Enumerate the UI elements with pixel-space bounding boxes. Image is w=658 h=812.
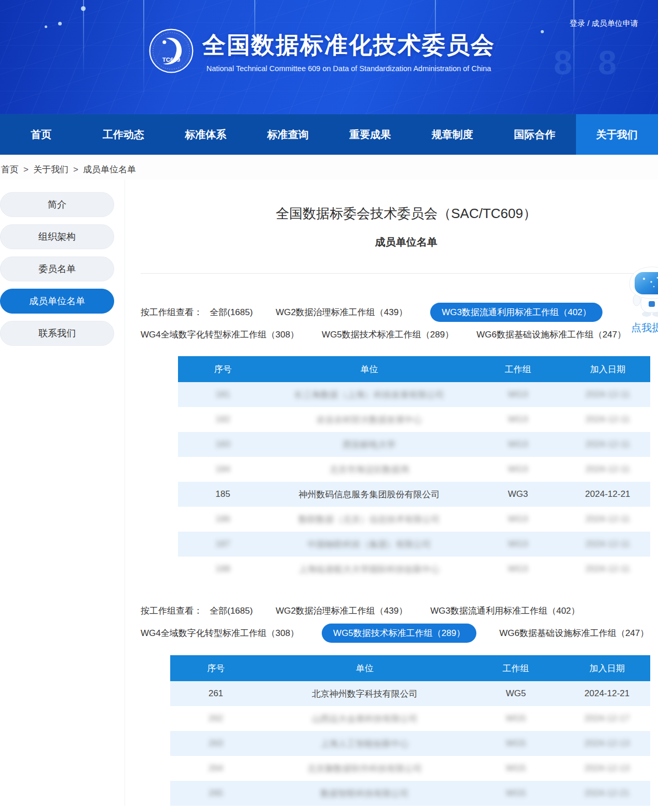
site-title: 全国数据标准化技术委员会 (202, 30, 495, 61)
row-date: 2024-12-21 (584, 688, 629, 698)
nav-item-3[interactable]: 标准查询 (247, 114, 330, 155)
page-title: 全国数据标委会技术委员会（SAC/TC609） (141, 205, 658, 223)
row-no: 185 (215, 489, 230, 499)
table-cell-date: 2024-12-21 (565, 489, 650, 499)
row-no: 183 (215, 439, 230, 449)
row-no: 262 (209, 713, 223, 723)
filter-bar-wg3: 按工作组查看：全部(1685)WG2数据治理标准工作组（439）WG3数据流通利… (141, 303, 658, 344)
table-cell-date: 2024-12-13 (564, 763, 651, 774)
table-row: 186数联数据（北京）信息技术有限公司WG32024-12-11 (178, 507, 650, 532)
table-cell-no: 262 (170, 713, 262, 724)
filter-option-2[interactable]: WG3数据流通利用标准工作组（402） (430, 303, 602, 322)
row-no: 184 (215, 464, 230, 474)
table-cell-wg: WG5 (468, 688, 564, 699)
filter-option-1[interactable]: WG2数据治理标准工作组（439） (276, 306, 407, 318)
filter-bar-wg5: 按工作组查看：全部(1685)WG2数据治理标准工作组（439）WG3数据流通利… (141, 601, 658, 643)
filter-option-5[interactable]: WG6数据基础设施标准工作组（247） (499, 627, 649, 639)
filter-option-0[interactable]: 全部(1685) (210, 605, 253, 617)
row-org: 北京神州数字科技有限公司 (312, 689, 418, 699)
row-wg: WG3 (508, 439, 528, 449)
table-header-cell: 单位 (268, 363, 471, 375)
table-cell-no: 261 (170, 688, 262, 699)
table-cell-org: 数据智联科技有限公司 (262, 788, 468, 800)
table-cell-wg: WG5 (468, 788, 564, 799)
members-section-wg3: 按工作组查看：全部(1685)WG2数据治理标准工作组（439）WG3数据流通利… (141, 303, 658, 581)
table-cell-org: 北京神州数字科技有限公司 (262, 688, 468, 700)
banner-decor-dot (81, 6, 86, 11)
table-row: 261北京神州数字科技有限公司WG52024-12-21 (170, 681, 650, 706)
table-cell-org: 山西远大会展科技有限公司 (262, 713, 468, 725)
row-no: 186 (215, 514, 230, 524)
banner-decor-line (83, 0, 84, 78)
assistant-robot-icon[interactable] (628, 266, 658, 318)
table-header-row: 序号单位工作组加入日期 (178, 356, 650, 382)
row-wg: WG5 (506, 788, 526, 798)
filter-row: 按工作组查看：全部(1685)WG2数据治理标准工作组（439）WG3数据流通利… (141, 601, 658, 620)
table-row: 188上海临港航大大学国际科技创新中心WG32024-12-11 (178, 557, 650, 581)
filter-option-0[interactable]: 全部(1685) (210, 306, 253, 318)
assistant-label[interactable]: 点我提问 (625, 321, 658, 335)
row-wg: WG3 (508, 414, 528, 424)
nav-item-2[interactable]: 标准体系 (164, 114, 247, 155)
table-cell-wg: WG3 (471, 464, 565, 475)
banner-decor-dot (45, 25, 47, 28)
row-wg: WG3 (508, 539, 528, 549)
table-cell-wg: WG5 (468, 763, 564, 774)
sidebar-item-3[interactable]: 成员单位名单 (0, 289, 114, 314)
row-wg: WG3 (508, 389, 528, 399)
banner-decor-line (143, 0, 144, 99)
nav-item-5[interactable]: 规章制度 (412, 114, 494, 155)
table-cell-no: 181 (178, 389, 268, 400)
table-row: 187中国物联科技（集团）有限公司WG32024-12-11 (178, 532, 650, 557)
tc609-logo-icon: TC609 (148, 28, 194, 74)
breadcrumb: 首页>关于我们>成员单位名单 (0, 155, 658, 180)
breadcrumb-item[interactable]: 关于我们 (33, 165, 68, 174)
row-date: 2024-12-11 (585, 539, 630, 549)
breadcrumb-separator: > (73, 165, 78, 174)
breadcrumb-separator: > (23, 165, 29, 174)
sidebar-item-1[interactable]: 组织架构 (0, 224, 114, 249)
filter-option-3[interactable]: WG4全域数字化转型标准工作组（308） (141, 329, 299, 341)
nav-item-0[interactable]: 首页 (0, 114, 83, 155)
table-row: 264北京聚数据软件科技有限公司WG52024-12-13 (170, 756, 650, 781)
breadcrumb-item[interactable]: 成员单位名单 (83, 165, 136, 174)
table-cell-no: 188 (178, 564, 268, 574)
page-subtitle: 成员单位名单 (141, 235, 658, 249)
row-org: 数联数据（北京）信息技术有限公司 (299, 515, 440, 524)
table-cell-wg: WG3 (471, 539, 565, 549)
row-date: 2024-12-11 (585, 389, 630, 399)
filter-option-5[interactable]: WG6数据基础设施标准工作组（247） (476, 329, 626, 341)
table-cell-date: 2024-12-11 (565, 414, 650, 425)
members-table-wg3: 序号单位工作组加入日期181长三角数据（上海）科技发展有限公司WG32024-1… (178, 356, 650, 581)
filter-option-3[interactable]: WG4全域数字化转型标准工作组（308） (141, 627, 299, 639)
filter-option-4[interactable]: WG5数据技术标准工作组（289） (322, 624, 476, 643)
sidebar-item-4[interactable]: 联系我们 (0, 321, 114, 346)
table-cell-org: 上海人工智能创新中心 (262, 738, 468, 750)
table-row: 263上海人工智能创新中心WG52024-12-13 (170, 731, 650, 756)
row-org: 长三角数据（上海）科技发展有限公司 (294, 390, 444, 400)
breadcrumb-item[interactable]: 首页 (1, 165, 19, 174)
row-date: 2024-12-13 (584, 763, 629, 773)
filter-option-1[interactable]: WG2数据治理标准工作组（439） (276, 605, 407, 617)
table-header-cell: 加入日期 (565, 363, 650, 375)
row-no: 264 (209, 763, 223, 773)
sidebar-item-0[interactable]: 简介 (0, 192, 114, 217)
nav-item-6[interactable]: 国际合作 (494, 114, 576, 155)
divider (141, 273, 658, 274)
nav-item-1[interactable]: 工作动态 (83, 114, 165, 155)
filter-row: WG4全域数字化转型标准工作组（308）WG5数据技术标准工作组（289）WG6… (141, 624, 658, 643)
table-cell-org: 神州数码信息服务集团股份有限公司 (268, 489, 471, 500)
nav-item-7[interactable]: 关于我们 (576, 114, 658, 155)
table-cell-wg: WG5 (468, 713, 564, 724)
sidebar: 简介组织架构委员名单成员单位名单联系我们 (0, 180, 114, 806)
table-cell-no: 265 (170, 788, 262, 799)
sidebar-item-2[interactable]: 委员名单 (0, 256, 114, 281)
filter-option-2[interactable]: WG3数据流通利用标准工作组（402） (430, 605, 580, 617)
nav-item-4[interactable]: 重要成果 (329, 114, 412, 155)
table-cell-org: 北京市海淀区数据局 (268, 464, 471, 476)
assistant-widget[interactable]: 点我提问 (625, 266, 658, 335)
filter-option-4[interactable]: WG5数据技术标准工作组（289） (322, 329, 454, 341)
table-cell-date: 2024-12-11 (565, 464, 650, 475)
row-date: 2024-12-11 (585, 439, 630, 449)
login-links[interactable]: 登录 / 成员单位申请 (569, 19, 638, 29)
